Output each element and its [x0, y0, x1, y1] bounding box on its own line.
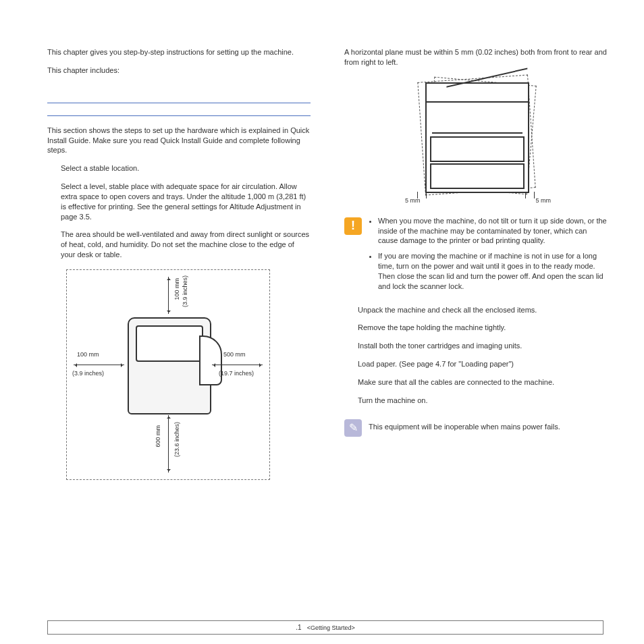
- step-install-toner: Install both the toner cartridges and im…: [358, 341, 608, 351]
- step-load-paper: Load paper. (See page 4.7 for "Loading p…: [358, 359, 608, 369]
- dim-bottom-in: (23.6 inches): [173, 422, 180, 457]
- dim-top-in: (3.9 inches): [182, 275, 188, 307]
- level-text: A horizontal plane must be within 5 mm (…: [344, 47, 608, 68]
- dim-top-mm: 100 mm: [173, 278, 180, 300]
- dim-arrow-top: [168, 277, 169, 314]
- note-text: This equipment will be inoperable when m…: [369, 422, 560, 432]
- setup-steps: Unpack the machine and check all the enc…: [344, 305, 608, 406]
- dim-bottom-mm: 600 mm: [155, 425, 161, 448]
- step-remove-tape: Remove the tape holding the machine tigh…: [358, 323, 608, 333]
- step-power-on: Turn the machine on.: [358, 396, 608, 406]
- page-content: This chapter gives you step-by-step inst…: [0, 0, 644, 480]
- tilt-figure: 5 mm 5 mm: [405, 76, 547, 204]
- step-para-1: Select a level, stable place with adequa…: [61, 182, 311, 221]
- caution-list: When you move the machine, do not tilt o…: [369, 216, 608, 297]
- right-column: A horizontal plane must be within 5 mm (…: [344, 47, 608, 480]
- mm-right-label: 5 mm: [536, 197, 552, 204]
- chapter-name: <Getting Started>: [307, 624, 355, 631]
- dim-arrow-left: [74, 365, 124, 365]
- warning-icon: !: [344, 217, 362, 235]
- step-unpack: Unpack the machine and check all the enc…: [358, 305, 608, 315]
- caution-item-2: If you are moving the machine or if mach…: [378, 251, 608, 291]
- section-divider: [47, 103, 311, 116]
- dim-left-in: (3.9 inches): [72, 370, 104, 377]
- dim-arrow-right: [212, 365, 263, 365]
- page-footer: .1 <Getting Started>: [47, 620, 603, 635]
- step-cables: Make sure that all the cables are connec…: [358, 377, 608, 387]
- page-number: .1: [296, 624, 301, 631]
- note-icon: ✎: [344, 419, 362, 437]
- step-para-2: The area should be well-ventilated and a…: [61, 230, 311, 260]
- printer-top-view-icon: [128, 317, 211, 414]
- mm-marker-right: [525, 192, 535, 198]
- intro-text-2: This chapter includes:: [47, 65, 311, 76]
- clearance-figure: 100 mm (3.9 inches) 100 mm (3.9 inches) …: [66, 269, 270, 480]
- left-column: This chapter gives you step-by-step inst…: [47, 47, 311, 480]
- dim-right-in: (19.7 inches): [219, 370, 254, 377]
- printer-side-view-icon: [425, 82, 529, 193]
- caution-item-1: When you move the machine, do not tilt o…: [378, 216, 608, 246]
- note-callout: ✎ This equipment will be inoperable when…: [344, 419, 608, 437]
- caution-callout: ! When you move the machine, do not tilt…: [344, 216, 608, 297]
- intro-text-1: This chapter gives you step-by-step inst…: [47, 47, 311, 57]
- mm-left-label: 5 mm: [405, 197, 421, 204]
- section-lead: This section shows the steps to set up t…: [47, 126, 311, 156]
- dim-arrow-bottom: [168, 415, 169, 473]
- dim-left-mm: 100 mm: [77, 351, 99, 358]
- step-title: Select a stable location.: [61, 163, 311, 173]
- dim-right-mm: 500 mm: [223, 351, 246, 358]
